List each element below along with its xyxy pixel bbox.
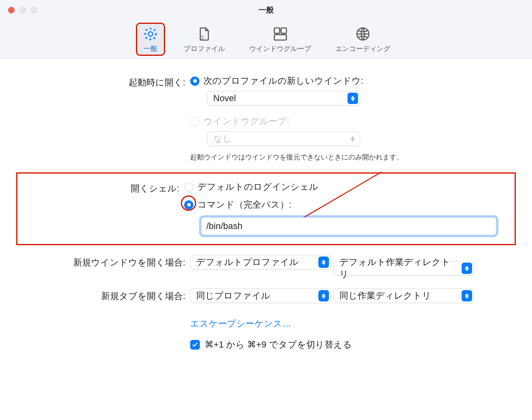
tab-switch-label: ⌘+1 から ⌘+9 でタブを切り替える [205,339,352,351]
svg-point-0 [148,32,153,36]
chevron-updown-icon [462,290,472,301]
svg-point-1 [145,29,156,40]
shell-section-highlight: 開くシェル: デフォルトのログインシェル コマンド（完全パス）: [16,172,516,245]
new-window-dir-value: デフォルト作業ディレクトリ [339,256,462,280]
preferences-toolbar: 一般 プロファイル ウインドウグループ [0,20,532,59]
tab-switch-checkbox[interactable] [190,340,200,350]
checkmark-icon [192,342,198,348]
new-tab-label: 新規タブを開く場合: [16,288,190,302]
svg-rect-3 [274,28,280,33]
escape-sequences-link[interactable]: エスケープシーケンス… [190,318,291,329]
minimize-button[interactable] [19,7,26,13]
startup-label: 起動時に開く: [16,75,190,89]
window-group-icon [271,25,289,43]
tab-window-groups[interactable]: ウインドウグループ [244,23,316,55]
startup-helper-text: 起動ウインドウはウインドウを復元できないときにのみ開かれます。 [190,153,516,162]
new-window-profile-value: デフォルトプロファイル [196,256,303,268]
chevron-updown-icon [462,263,472,274]
chevron-updown-icon [348,133,358,144]
tab-encodings[interactable]: エンコーディング [331,23,395,55]
new-window-dir-select[interactable]: デフォルト作業ディレクトリ [333,261,474,276]
chevron-updown-icon [318,257,329,268]
close-button[interactable] [8,7,15,13]
tab-groups-label: ウインドウグループ [249,44,311,53]
new-window-profile-select[interactable]: デフォルトプロファイル [190,255,331,269]
new-window-label: 新規ウインドウを開く場合: [16,255,190,269]
startup-group-value: なし [213,133,236,145]
startup-profile-select[interactable]: Novel [207,91,360,106]
chevron-updown-icon [318,290,329,301]
tab-general-label: 一般 [144,44,157,53]
gear-icon [142,25,159,43]
radio-command-shell[interactable] [184,200,193,210]
svg-rect-4 [281,28,286,33]
new-tab-profile-select[interactable]: 同じプロファイル [190,288,331,303]
globe-icon [354,25,372,43]
preferences-content: 起動時に開く: 次のプロファイルの新しいウインドウ: Novel ウインドウグル… [0,59,532,370]
radio-default-shell-label: デフォルトのログインシェル [197,181,318,193]
window-title: 一般 [259,5,274,15]
new-tab-dir-select[interactable]: 同じ作業ディレクトリ [333,288,474,303]
tab-profiles[interactable]: プロファイル [179,23,230,55]
maximize-button[interactable] [31,7,37,13]
radio-open-profile-window-label: 次のプロファイルの新しいウインドウ: [203,75,363,87]
startup-profile-value: Novel [213,93,240,104]
radio-default-shell[interactable] [184,182,193,192]
traffic-lights [8,7,37,13]
chevron-updown-icon [348,93,358,104]
profile-icon [195,25,213,43]
startup-group-select: なし [207,132,360,146]
tab-general[interactable]: 一般 [137,23,164,55]
radio-open-profile-window[interactable] [190,76,199,86]
radio-open-window-group[interactable] [190,117,199,126]
new-tab-dir-value: 同じ作業ディレクトリ [339,290,435,302]
shell-command-input[interactable] [201,217,496,235]
shell-label: 開くシェル: [17,181,184,195]
window-titlebar: 一般 [0,0,532,20]
tab-encodings-label: エンコーディング [335,44,390,53]
new-tab-profile-value: 同じプロファイル [196,290,274,302]
svg-rect-5 [274,35,286,40]
tab-profiles-label: プロファイル [184,44,225,53]
radio-command-shell-label: コマンド（完全パス）: [197,199,291,211]
radio-open-window-group-label: ウインドウグループ: [203,115,289,127]
